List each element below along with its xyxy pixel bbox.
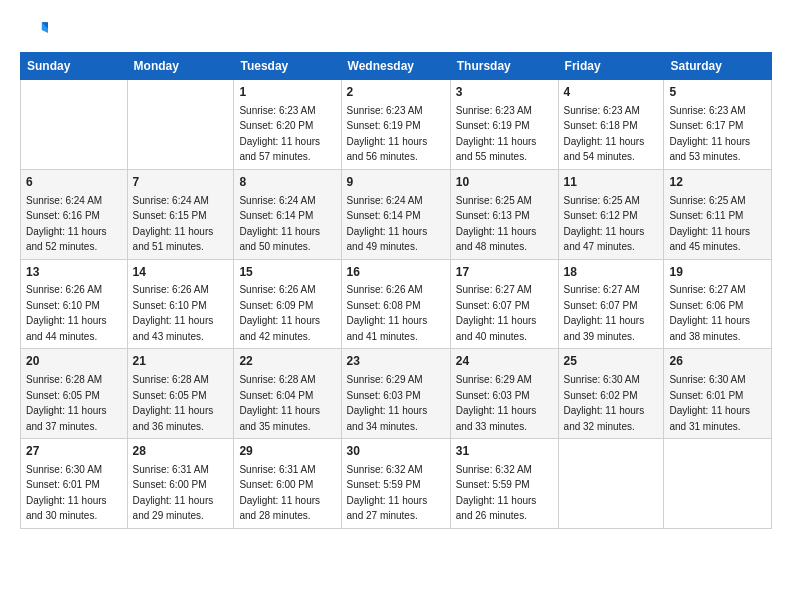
day-number: 1 xyxy=(239,84,335,101)
logo xyxy=(20,16,50,44)
day-number: 10 xyxy=(456,174,553,191)
day-cell: 20Sunrise: 6:28 AMSunset: 6:05 PMDayligh… xyxy=(21,349,128,439)
day-cell: 4Sunrise: 6:23 AMSunset: 6:18 PMDaylight… xyxy=(558,80,664,170)
day-number: 23 xyxy=(347,353,445,370)
day-number: 28 xyxy=(133,443,229,460)
calendar-header: SundayMondayTuesdayWednesdayThursdayFrid… xyxy=(21,53,772,80)
day-info: Sunrise: 6:25 AMSunset: 6:12 PMDaylight:… xyxy=(564,195,645,253)
day-info: Sunrise: 6:27 AMSunset: 6:07 PMDaylight:… xyxy=(456,284,537,342)
week-row-3: 13Sunrise: 6:26 AMSunset: 6:10 PMDayligh… xyxy=(21,259,772,349)
logo-icon xyxy=(20,16,48,44)
day-cell xyxy=(21,80,128,170)
day-number: 24 xyxy=(456,353,553,370)
day-info: Sunrise: 6:24 AMSunset: 6:14 PMDaylight:… xyxy=(347,195,428,253)
day-info: Sunrise: 6:32 AMSunset: 5:59 PMDaylight:… xyxy=(347,464,428,522)
day-cell: 28Sunrise: 6:31 AMSunset: 6:00 PMDayligh… xyxy=(127,439,234,529)
day-number: 12 xyxy=(669,174,766,191)
day-info: Sunrise: 6:26 AMSunset: 6:10 PMDaylight:… xyxy=(133,284,214,342)
day-info: Sunrise: 6:32 AMSunset: 5:59 PMDaylight:… xyxy=(456,464,537,522)
day-number: 9 xyxy=(347,174,445,191)
day-info: Sunrise: 6:23 AMSunset: 6:19 PMDaylight:… xyxy=(456,105,537,163)
day-number: 19 xyxy=(669,264,766,281)
day-number: 30 xyxy=(347,443,445,460)
day-info: Sunrise: 6:28 AMSunset: 6:05 PMDaylight:… xyxy=(26,374,107,432)
day-number: 18 xyxy=(564,264,659,281)
day-number: 31 xyxy=(456,443,553,460)
day-cell: 12Sunrise: 6:25 AMSunset: 6:11 PMDayligh… xyxy=(664,169,772,259)
day-cell: 16Sunrise: 6:26 AMSunset: 6:08 PMDayligh… xyxy=(341,259,450,349)
day-cell: 15Sunrise: 6:26 AMSunset: 6:09 PMDayligh… xyxy=(234,259,341,349)
day-cell xyxy=(127,80,234,170)
day-info: Sunrise: 6:26 AMSunset: 6:08 PMDaylight:… xyxy=(347,284,428,342)
day-cell: 26Sunrise: 6:30 AMSunset: 6:01 PMDayligh… xyxy=(664,349,772,439)
day-cell: 21Sunrise: 6:28 AMSunset: 6:05 PMDayligh… xyxy=(127,349,234,439)
day-cell: 1Sunrise: 6:23 AMSunset: 6:20 PMDaylight… xyxy=(234,80,341,170)
day-cell: 11Sunrise: 6:25 AMSunset: 6:12 PMDayligh… xyxy=(558,169,664,259)
day-cell: 22Sunrise: 6:28 AMSunset: 6:04 PMDayligh… xyxy=(234,349,341,439)
day-cell: 14Sunrise: 6:26 AMSunset: 6:10 PMDayligh… xyxy=(127,259,234,349)
day-number: 15 xyxy=(239,264,335,281)
day-cell: 24Sunrise: 6:29 AMSunset: 6:03 PMDayligh… xyxy=(450,349,558,439)
week-row-5: 27Sunrise: 6:30 AMSunset: 6:01 PMDayligh… xyxy=(21,439,772,529)
day-number: 13 xyxy=(26,264,122,281)
day-cell: 7Sunrise: 6:24 AMSunset: 6:15 PMDaylight… xyxy=(127,169,234,259)
day-cell: 30Sunrise: 6:32 AMSunset: 5:59 PMDayligh… xyxy=(341,439,450,529)
day-number: 5 xyxy=(669,84,766,101)
day-cell: 17Sunrise: 6:27 AMSunset: 6:07 PMDayligh… xyxy=(450,259,558,349)
day-info: Sunrise: 6:23 AMSunset: 6:18 PMDaylight:… xyxy=(564,105,645,163)
day-number: 26 xyxy=(669,353,766,370)
week-row-2: 6Sunrise: 6:24 AMSunset: 6:16 PMDaylight… xyxy=(21,169,772,259)
day-info: Sunrise: 6:30 AMSunset: 6:02 PMDaylight:… xyxy=(564,374,645,432)
day-number: 29 xyxy=(239,443,335,460)
page: SundayMondayTuesdayWednesdayThursdayFrid… xyxy=(0,0,792,539)
day-cell: 9Sunrise: 6:24 AMSunset: 6:14 PMDaylight… xyxy=(341,169,450,259)
day-cell: 5Sunrise: 6:23 AMSunset: 6:17 PMDaylight… xyxy=(664,80,772,170)
day-info: Sunrise: 6:30 AMSunset: 6:01 PMDaylight:… xyxy=(26,464,107,522)
day-info: Sunrise: 6:29 AMSunset: 6:03 PMDaylight:… xyxy=(456,374,537,432)
day-number: 21 xyxy=(133,353,229,370)
day-info: Sunrise: 6:23 AMSunset: 6:19 PMDaylight:… xyxy=(347,105,428,163)
day-cell xyxy=(664,439,772,529)
day-number: 25 xyxy=(564,353,659,370)
header-row: SundayMondayTuesdayWednesdayThursdayFrid… xyxy=(21,53,772,80)
day-info: Sunrise: 6:25 AMSunset: 6:13 PMDaylight:… xyxy=(456,195,537,253)
day-cell: 25Sunrise: 6:30 AMSunset: 6:02 PMDayligh… xyxy=(558,349,664,439)
day-cell: 23Sunrise: 6:29 AMSunset: 6:03 PMDayligh… xyxy=(341,349,450,439)
day-number: 27 xyxy=(26,443,122,460)
day-cell: 29Sunrise: 6:31 AMSunset: 6:00 PMDayligh… xyxy=(234,439,341,529)
day-cell: 10Sunrise: 6:25 AMSunset: 6:13 PMDayligh… xyxy=(450,169,558,259)
day-number: 7 xyxy=(133,174,229,191)
day-number: 16 xyxy=(347,264,445,281)
day-cell xyxy=(558,439,664,529)
header-day-tuesday: Tuesday xyxy=(234,53,341,80)
calendar-table: SundayMondayTuesdayWednesdayThursdayFrid… xyxy=(20,52,772,529)
header xyxy=(20,16,772,44)
day-number: 14 xyxy=(133,264,229,281)
day-number: 20 xyxy=(26,353,122,370)
day-cell: 8Sunrise: 6:24 AMSunset: 6:14 PMDaylight… xyxy=(234,169,341,259)
day-number: 3 xyxy=(456,84,553,101)
day-info: Sunrise: 6:23 AMSunset: 6:20 PMDaylight:… xyxy=(239,105,320,163)
day-info: Sunrise: 6:26 AMSunset: 6:10 PMDaylight:… xyxy=(26,284,107,342)
day-number: 11 xyxy=(564,174,659,191)
day-number: 17 xyxy=(456,264,553,281)
day-info: Sunrise: 6:28 AMSunset: 6:05 PMDaylight:… xyxy=(133,374,214,432)
day-number: 6 xyxy=(26,174,122,191)
header-day-wednesday: Wednesday xyxy=(341,53,450,80)
day-info: Sunrise: 6:29 AMSunset: 6:03 PMDaylight:… xyxy=(347,374,428,432)
header-day-saturday: Saturday xyxy=(664,53,772,80)
day-cell: 19Sunrise: 6:27 AMSunset: 6:06 PMDayligh… xyxy=(664,259,772,349)
day-info: Sunrise: 6:31 AMSunset: 6:00 PMDaylight:… xyxy=(239,464,320,522)
day-cell: 13Sunrise: 6:26 AMSunset: 6:10 PMDayligh… xyxy=(21,259,128,349)
day-info: Sunrise: 6:26 AMSunset: 6:09 PMDaylight:… xyxy=(239,284,320,342)
calendar-body: 1Sunrise: 6:23 AMSunset: 6:20 PMDaylight… xyxy=(21,80,772,529)
day-info: Sunrise: 6:28 AMSunset: 6:04 PMDaylight:… xyxy=(239,374,320,432)
day-info: Sunrise: 6:30 AMSunset: 6:01 PMDaylight:… xyxy=(669,374,750,432)
day-info: Sunrise: 6:27 AMSunset: 6:06 PMDaylight:… xyxy=(669,284,750,342)
day-number: 8 xyxy=(239,174,335,191)
day-cell: 31Sunrise: 6:32 AMSunset: 5:59 PMDayligh… xyxy=(450,439,558,529)
header-day-monday: Monday xyxy=(127,53,234,80)
day-info: Sunrise: 6:24 AMSunset: 6:14 PMDaylight:… xyxy=(239,195,320,253)
week-row-1: 1Sunrise: 6:23 AMSunset: 6:20 PMDaylight… xyxy=(21,80,772,170)
day-info: Sunrise: 6:31 AMSunset: 6:00 PMDaylight:… xyxy=(133,464,214,522)
